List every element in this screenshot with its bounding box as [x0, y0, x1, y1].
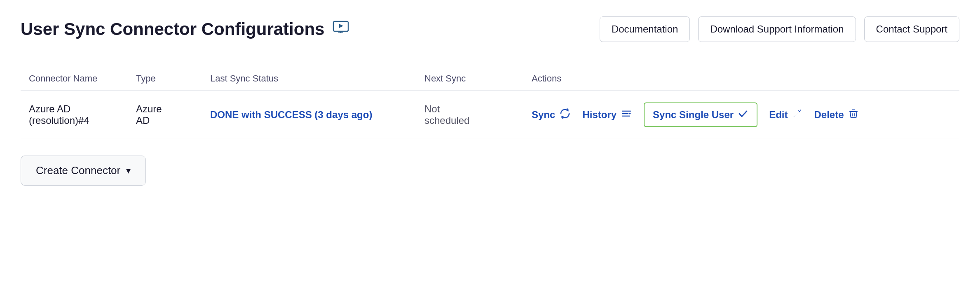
- edit-button[interactable]: Edit: [769, 108, 802, 121]
- col-header-next-sync: Next Sync: [424, 73, 532, 84]
- history-button[interactable]: History: [582, 108, 632, 122]
- title-area: User Sync Connector Configurations: [21, 19, 349, 39]
- svg-marker-7: [629, 113, 631, 114]
- col-header-actions: Actions: [532, 73, 951, 84]
- documentation-button[interactable]: Documentation: [600, 16, 690, 42]
- next-sync-line1: Not: [424, 103, 532, 115]
- table-row: Azure AD (resolution)#4 Azure AD DONE wi…: [21, 91, 959, 139]
- col-header-connector-name: Connector Name: [29, 73, 136, 84]
- delete-label: Delete: [814, 109, 844, 121]
- page-title: User Sync Connector Configurations: [21, 19, 324, 39]
- sync-single-user-button[interactable]: Sync Single User: [644, 102, 757, 127]
- table-header: Connector Name Type Last Sync Status Nex…: [21, 67, 959, 91]
- sync-single-user-label: Sync Single User: [653, 109, 734, 121]
- history-icon: [621, 108, 632, 122]
- type-line2: AD: [136, 115, 210, 126]
- contact-support-button[interactable]: Contact Support: [864, 16, 959, 42]
- connector-name-cell: Azure AD (resolution)#4: [29, 103, 136, 126]
- chevron-down-icon: ▾: [126, 165, 131, 176]
- connector-table: Connector Name Type Last Sync Status Nex…: [21, 67, 959, 139]
- sync-label: Sync: [532, 109, 555, 121]
- next-sync-line2: scheduled: [424, 115, 532, 126]
- create-connector-button[interactable]: Create Connector ▾: [21, 156, 146, 186]
- col-header-last-sync: Last Sync Status: [210, 73, 424, 84]
- monitor-icon: [333, 21, 349, 38]
- actions-cell: Sync History: [532, 102, 951, 127]
- svg-marker-3: [339, 24, 343, 28]
- download-support-button[interactable]: Download Support Information: [698, 16, 856, 42]
- col-header-type: Type: [136, 73, 210, 84]
- type-line1: Azure: [136, 103, 210, 115]
- connector-name-line1: Azure AD: [29, 103, 136, 115]
- checkmark-icon: [738, 108, 748, 121]
- edit-label: Edit: [769, 109, 788, 121]
- page-header: User Sync Connector Configurations Docum…: [21, 16, 959, 42]
- sync-button[interactable]: Sync: [532, 108, 571, 122]
- header-actions: Documentation Download Support Informati…: [600, 16, 959, 42]
- type-cell: Azure AD: [136, 103, 210, 126]
- edit-icon: [792, 108, 802, 121]
- sync-icon: [559, 108, 571, 122]
- last-sync-status-cell[interactable]: DONE with SUCCESS (3 days ago): [210, 109, 424, 121]
- create-connector-label: Create Connector: [36, 164, 120, 177]
- svg-rect-8: [849, 111, 858, 112]
- delete-button[interactable]: Delete: [814, 108, 858, 121]
- next-sync-cell: Not scheduled: [424, 103, 532, 126]
- footer-area: Create Connector ▾: [21, 156, 959, 186]
- delete-icon: [848, 108, 859, 121]
- history-label: History: [582, 109, 617, 121]
- connector-name-line2: (resolution)#4: [29, 115, 136, 126]
